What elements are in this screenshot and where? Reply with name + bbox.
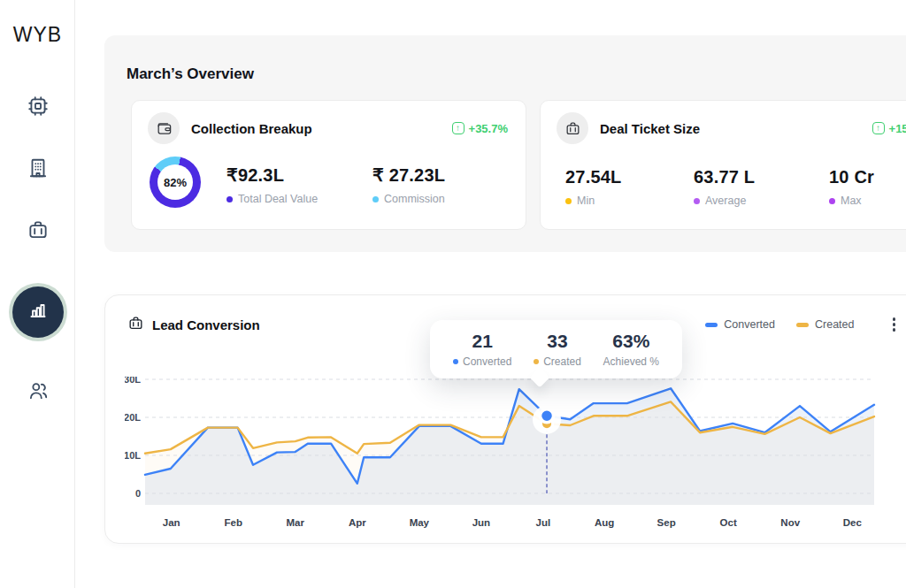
page-title: March’s Overview — [127, 65, 254, 83]
briefcase-icon — [27, 218, 50, 245]
legend-created[interactable]: Created — [796, 318, 854, 331]
svg-text:20L: 20L — [125, 412, 141, 423]
svg-text:0: 0 — [135, 488, 141, 499]
chart-legend: Converted Created — [705, 315, 898, 334]
cpu-icon — [27, 95, 50, 121]
collection-card-header: Collection Breakup ↑ +35.7% — [148, 112, 508, 144]
max-label: Max — [829, 195, 874, 207]
briefcase-icon — [557, 112, 588, 144]
svg-text:Mar: Mar — [287, 517, 305, 528]
sidebar-item-company[interactable] — [26, 157, 50, 182]
svg-text:Feb: Feb — [224, 517, 242, 528]
sidebar-item-analytics[interactable] — [12, 286, 64, 338]
tooltip-created: 33 Created — [534, 331, 581, 368]
commission-stat: ₹ 27.23L Commission — [372, 164, 445, 205]
blue-dot — [453, 359, 458, 364]
deal-card-title: Deal Ticket Size — [600, 121, 700, 136]
legend-converted[interactable]: Converted — [705, 318, 775, 331]
commission-label: Commission — [372, 193, 445, 205]
deal-growth-value: +15.7% — [889, 122, 906, 135]
tooltip-converted: 21 Converted — [453, 331, 511, 368]
svg-text:Apr: Apr — [349, 517, 366, 528]
max-value: 10 Cr — [829, 167, 874, 187]
collection-donut-chart: 82% — [150, 157, 201, 208]
max-stat: 10 Cr Max — [829, 167, 874, 207]
deal-card-header: Deal Ticket Size ↑ +15.7% — [557, 112, 906, 144]
lead-conversion-chart[interactable]: 010L20L30LJanFebMarAprMayJunJulAugSepOct… — [125, 377, 894, 534]
tooltip-achieved: 63% Achieved % — [603, 331, 659, 368]
svg-text:Oct: Oct — [720, 517, 737, 528]
building-icon — [27, 157, 50, 183]
deal-growth-badge: ↑ +15.7% — [872, 122, 906, 135]
svg-text:Nov: Nov — [780, 517, 800, 528]
svg-text:Aug: Aug — [595, 517, 614, 528]
purple-dot — [829, 198, 835, 204]
deal-ticket-size-card: Deal Ticket Size ↑ +15.7% 27.54L Min 63.… — [540, 100, 906, 230]
collection-growth-value: +35.7% — [469, 122, 508, 135]
arrow-up-icon: ↑ — [872, 122, 885, 134]
commission-value: ₹ 27.23L — [372, 164, 445, 186]
collection-growth-badge: ↑ +35.7% — [452, 122, 508, 135]
svg-text:Jun: Jun — [472, 517, 490, 528]
svg-text:10L: 10L — [125, 450, 141, 461]
collection-card-title: Collection Breakup — [191, 121, 312, 136]
arrow-up-icon: ↑ — [452, 122, 465, 134]
users-icon — [27, 379, 50, 406]
svg-text:Jan: Jan — [163, 517, 180, 528]
created-legend-swatch — [796, 323, 809, 327]
yellow-dot — [565, 198, 572, 204]
svg-text:May: May — [410, 517, 430, 528]
sidebar-item-deals[interactable] — [26, 219, 50, 244]
kebab-menu-icon[interactable] — [890, 315, 899, 334]
sidebar-nav — [0, 95, 75, 405]
briefcase-icon — [127, 315, 152, 335]
min-stat: 27.54L Min — [565, 167, 621, 207]
min-label: Min — [565, 195, 621, 207]
svg-text:Jul: Jul — [536, 517, 551, 528]
app-logo: WYB — [0, 23, 75, 47]
sidebar-item-cpu[interactable] — [26, 95, 50, 120]
lead-conversion-card: Lead Conversion Converted Created 21 C — [104, 294, 906, 544]
svg-text:Dec: Dec — [843, 517, 863, 528]
sidebar-item-users[interactable] — [26, 380, 50, 405]
chart-tooltip: 21 Converted 33 Created 63% Achieved % — [430, 320, 682, 378]
lightblue-dot — [372, 196, 379, 202]
lead-card-title: Lead Conversion — [152, 317, 260, 332]
svg-text:Sep: Sep — [657, 517, 676, 528]
bar-chart-icon — [27, 299, 50, 325]
total-deal-value-stat: ₹92.3L Total Deal Value — [226, 164, 318, 205]
collection-breakup-card: Collection Breakup ↑ +35.7% 82% ₹92.3L T… — [131, 100, 526, 230]
sidebar: WYB — [0, 0, 75, 588]
total-deal-value-label: Total Deal Value — [226, 193, 318, 205]
total-deal-value: ₹92.3L — [226, 164, 318, 186]
purple-dot — [694, 198, 700, 204]
average-stat: 63.77 L Average — [694, 167, 755, 207]
converted-legend-swatch — [705, 323, 718, 327]
donut-percent: 82% — [157, 164, 193, 200]
average-value: 63.77 L — [694, 167, 755, 187]
wallet-icon — [148, 112, 180, 144]
average-label: Average — [694, 195, 755, 207]
dashboard-page: WYB — [0, 0, 906, 588]
svg-text:30L: 30L — [125, 377, 141, 385]
indigo-dot — [226, 196, 233, 202]
yellow-dot — [534, 359, 539, 364]
min-value: 27.54L — [565, 167, 621, 187]
